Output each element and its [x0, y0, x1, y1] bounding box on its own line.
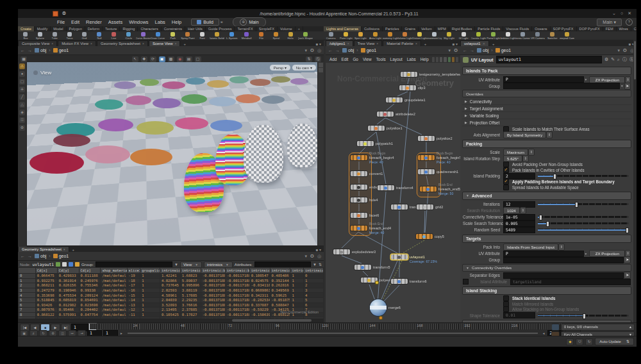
shelf-tool-grid[interactable]: Grid [77, 32, 92, 40]
col-header[interactable]: intrinsic:closed [290, 268, 304, 274]
new-tab-button[interactable]: + [181, 42, 188, 46]
breadcrumb-geo1[interactable]: geo1 [361, 48, 377, 53]
timeline-ruler[interactable]: 24487296120144168192216 [90, 324, 564, 329]
network-menu-tools[interactable]: Tools [374, 57, 388, 62]
node-merge6[interactable] [370, 299, 387, 316]
pick-arrow-icon[interactable]: ➤ [624, 272, 631, 279]
help-ring-icon[interactable]: ? [626, 19, 633, 26]
path-dropdown-icon[interactable]: ▾ [618, 48, 620, 53]
network-menu-edit[interactable]: Edit [339, 57, 350, 62]
path-dropdown-icon[interactable]: ▾ [305, 254, 308, 259]
range-slider[interactable] [128, 333, 538, 334]
col-header[interactable]: Cd[y] [57, 268, 79, 274]
node-foreach_begin5[interactable] [418, 155, 435, 160]
shelf-tool-camera[interactable]: Camera [324, 32, 338, 40]
spreadsheet-table[interactable]: Cd[x]Cd[y]Cd[z]shop_materialpsliceIDgrou… [18, 267, 324, 318]
shelf-tool-switcher[interactable]: Switcher [545, 32, 560, 40]
tab-geometry-spreadsheet[interactable]: Geometry Spreadsheet× [97, 40, 148, 46]
menu-item-assets[interactable]: Assets [105, 19, 126, 25]
pane-menu-icon[interactable]: ▾ [456, 42, 458, 46]
tab-close-icon[interactable]: × [415, 42, 417, 46]
param-dropdown[interactable]: 1024 [503, 207, 520, 214]
select-tool-icon[interactable]: ↖ [132, 56, 138, 62]
breadcrumb-obj[interactable]: obj [35, 254, 46, 258]
message-log-icon[interactable]: 🗨︎ [576, 338, 583, 345]
folder-expand-icon[interactable]: ▶ [465, 99, 467, 103]
close-icon[interactable]: ✕ [628, 11, 631, 16]
shelf-tool-l-system[interactable]: L-System [224, 32, 239, 40]
view-lock-icon[interactable]: ⚿ [19, 117, 25, 123]
path-pin-icon[interactable]: ✪ [310, 48, 314, 53]
spreadsheet-table-wrap[interactable]: Cd[x]Cd[y]Cd[z]shop_materialpsliceIDgrou… [18, 267, 324, 318]
col-header[interactable]: intrinsic:bound [201, 268, 225, 274]
tab-motion-fx-view[interactable]: Motion FX View× [58, 40, 96, 46]
shelf-tab-fem[interactable]: FEM [603, 26, 617, 31]
shelf-tab-oceans[interactable]: Oceans [532, 26, 550, 31]
shelf-tool-font[interactable]: Font [195, 32, 210, 40]
shelf-tool-sphere[interactable]: Sphere [33, 32, 47, 40]
class-dropdown[interactable]: View▾ [180, 261, 202, 268]
col-header[interactable]: intrinsic:bound [180, 268, 201, 274]
params-scrollbar[interactable] [633, 40, 637, 322]
spinner-icon[interactable]: ⇕ [625, 76, 631, 83]
path-dropdown-icon[interactable]: ▾ [305, 48, 308, 53]
menu-item-help[interactable]: Help [169, 19, 185, 25]
points-class-icon[interactable] [56, 262, 60, 267]
pane-menu-icon[interactable]: ▾ [319, 42, 321, 46]
param-field[interactable]: 2 [503, 173, 535, 179]
grid-icon[interactable] [440, 57, 442, 62]
maximize-icon[interactable]: ○ [620, 11, 623, 16]
frame-icon[interactable]: ▢ [195, 56, 201, 62]
shelf-tab-lights-and-cameras[interactable]: Lights and Cameras [324, 26, 362, 31]
breadcrumb-geo1[interactable]: geo1 [53, 254, 69, 258]
memory-icon[interactable]: ◆ [566, 338, 574, 345]
param-field[interactable]: 5489 [503, 227, 535, 233]
layout-grid-icon[interactable]: ▦ [21, 56, 27, 62]
magnifier-icon[interactable]: ⌕ [617, 57, 620, 62]
breadcrumb-geo1[interactable]: geo1 [53, 48, 69, 53]
shelf-tab-volume[interactable]: Volume [278, 26, 296, 31]
back-icon[interactable]: ← [21, 254, 25, 258]
shelf-tool-helix[interactable]: Helix [283, 32, 298, 40]
viewport-side-scrollbar[interactable] [317, 62, 324, 245]
field-dropdown-icon[interactable]: ▾ [584, 252, 588, 256]
info-icon[interactable]: ⓘ [622, 56, 627, 63]
menu-item-edit[interactable]: Edit [68, 19, 83, 25]
shelf-tool-line[interactable]: Line [106, 32, 121, 40]
node-foreach_end5[interactable] [420, 186, 437, 192]
edges-mode-icon[interactable]: ╱ [19, 94, 25, 100]
color-icon[interactable] [448, 57, 451, 62]
col-header[interactable]: Cd[z] [79, 268, 101, 274]
shelf-tool-draw-curve[interactable]: Draw Curve [151, 32, 165, 40]
range-left-arrow[interactable]: ▸ [119, 331, 124, 335]
node-clip3[interactable] [399, 85, 416, 90]
shelf-tab-wires[interactable]: Wires [617, 26, 631, 31]
spinner-icon[interactable]: ⇕ [520, 207, 526, 214]
param-slider[interactable] [538, 229, 628, 231]
shelf-tool-box[interactable]: Box [18, 32, 33, 40]
network-menu-add[interactable]: Add [328, 57, 338, 62]
checkbox[interactable] [503, 295, 509, 301]
shelf-tool-metaball[interactable]: Metaball [239, 32, 254, 40]
folder-expand-icon[interactable]: ▶ [465, 106, 467, 110]
tab-close-icon[interactable]: × [142, 42, 144, 46]
update-mode-button[interactable]: Auto-Update⇅ [595, 338, 634, 345]
node-polyslice1[interactable] [368, 126, 385, 131]
breadcrumb-obj[interactable]: obj [342, 48, 354, 53]
refresh-icon[interactable]: ↻ [585, 338, 593, 345]
node-copy5[interactable] [416, 234, 433, 239]
param-field[interactable]: targetisland [510, 279, 631, 285]
spinner-icon[interactable]: ⇕ [528, 149, 535, 156]
tab-material-palette[interactable]: Material Palette× [383, 40, 421, 46]
param-folder-target-assignment[interactable]: ▶Target Assignment [462, 105, 631, 112]
shelf-tool-null[interactable]: Null [92, 32, 106, 40]
rotate-tool-icon[interactable]: ⟳ [150, 56, 156, 62]
node-quadremesh1[interactable] [418, 169, 435, 174]
shelf-tab-characters[interactable]: Characters [138, 26, 161, 31]
objects-mode-icon[interactable]: ▢ [19, 79, 25, 85]
shelf-tool-volume-light[interactable]: Volume Light [397, 32, 412, 40]
shelf-tool-quick-shapes[interactable]: Quick Shapes [298, 32, 313, 40]
shelf-tab-hair-utils[interactable]: Hair Utils [185, 26, 206, 31]
col-header[interactable]: groupsliced [140, 268, 160, 274]
shelf-tool-area-light[interactable]: Area Light [368, 32, 383, 40]
